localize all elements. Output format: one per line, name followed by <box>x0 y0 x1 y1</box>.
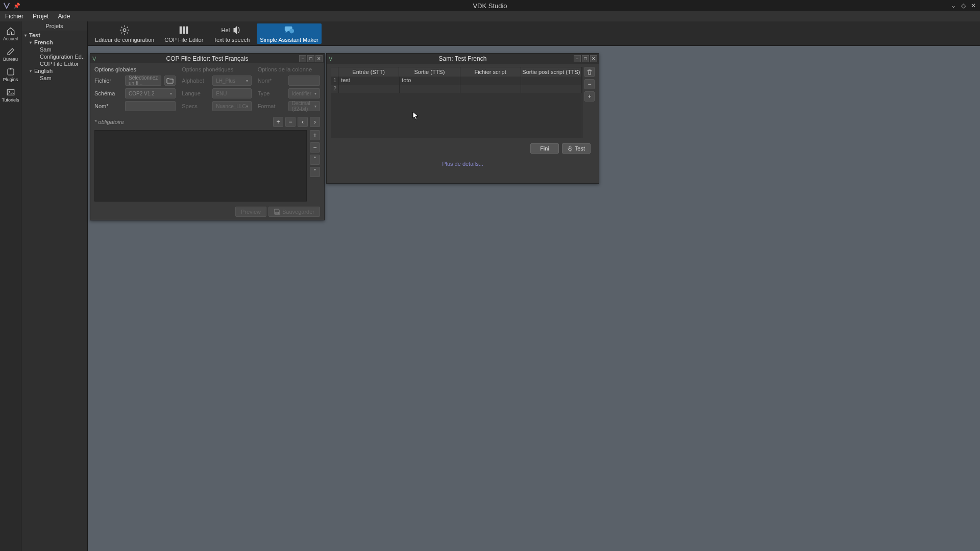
cop-panel: V COP File Editor: Test Français − □ ✕ O… <box>90 53 325 220</box>
save-icon <box>274 209 280 215</box>
tool-assistant-maker[interactable]: Simple Assistant Maker <box>257 23 321 44</box>
trash-icon <box>586 69 593 75</box>
workspace: V COP File Editor: Test Français − □ ✕ O… <box>88 46 980 551</box>
pin-icon[interactable]: 📌 <box>13 3 20 9</box>
gear-icon <box>119 24 130 36</box>
chevron-down-icon[interactable]: ▾ <box>29 69 33 73</box>
close-icon[interactable]: ✕ <box>590 55 597 62</box>
menu-projet[interactable]: Projet <box>33 13 48 20</box>
svg-rect-6 <box>183 26 185 34</box>
col-script[interactable]: Fichier script <box>460 67 521 77</box>
chevron-down-icon[interactable]: ⌄ <box>951 2 956 9</box>
type-select[interactable]: Identifier▾ <box>288 88 320 98</box>
row-number-header <box>331 67 338 77</box>
maximize-icon[interactable]: ◇ <box>961 2 966 9</box>
chevron-down-icon: ▾ <box>246 79 248 83</box>
menu-aide[interactable]: Aide <box>58 13 70 20</box>
move-down-button[interactable]: ˅ <box>310 167 320 177</box>
col-post-script[interactable]: Sortie post script (TTS) <box>521 67 582 77</box>
remove-row-button[interactable]: − <box>310 142 320 153</box>
chevron-down-icon: ▾ <box>314 104 316 109</box>
prev-button[interactable]: ‹ <box>298 117 308 127</box>
fichier-select[interactable]: Sélectionnez un fi... <box>125 76 161 86</box>
tree-root[interactable]: ▾Test <box>23 32 85 39</box>
chat-icon <box>284 24 295 36</box>
save-button[interactable]: Sauvegarder <box>268 207 320 217</box>
puzzle-icon <box>6 67 15 77</box>
add-column-button[interactable]: + <box>273 117 283 127</box>
folder-open-button[interactable] <box>164 76 176 86</box>
table-row[interactable]: 2 <box>331 85 582 93</box>
test-button[interactable]: Test <box>562 143 591 154</box>
minimize-icon[interactable]: − <box>299 55 306 62</box>
table-row[interactable]: 1 test toto <box>331 77 582 85</box>
v-logo-icon: V <box>329 56 332 62</box>
maximize-icon[interactable]: □ <box>307 55 314 62</box>
tool-cop-editor[interactable]: COP File Editor <box>161 23 206 44</box>
tree-item[interactable]: Configuration Ed... <box>23 53 85 60</box>
nav-bureau[interactable]: Bureau <box>1 44 21 64</box>
projects-tree: ▾Test ▾French Sam Configuration Ed... CO… <box>21 31 87 83</box>
minimize-icon[interactable]: − <box>574 55 581 62</box>
move-up-button[interactable]: ˄ <box>310 155 320 165</box>
tool-tts[interactable]: Hel Text to speech <box>210 23 253 44</box>
section-phonetiques: Options phonétiques Alphabet LH_Plus▾ La… <box>182 66 251 114</box>
svg-rect-10 <box>569 146 571 149</box>
tree-item[interactable]: COP File Editor <box>23 60 85 67</box>
svg-rect-0 <box>8 69 14 75</box>
projects-header: Projets <box>21 21 87 31</box>
menu-fichier[interactable]: Fichier <box>5 13 23 20</box>
app-title: VDK Studio <box>473 2 507 10</box>
langue-select[interactable]: ENU <box>212 88 251 98</box>
sound-icon <box>231 24 242 36</box>
app-logo-icon <box>3 2 10 9</box>
tree-item[interactable]: Sam <box>23 46 85 53</box>
col-sortie-tts[interactable]: Sortie (TTS) <box>399 67 460 77</box>
maximize-icon[interactable]: □ <box>582 55 589 62</box>
svg-point-1 <box>10 68 11 69</box>
specs-select[interactable]: Nuance_LLC▾ <box>212 101 251 111</box>
close-icon[interactable]: ✕ <box>971 2 976 9</box>
panel-title-text: Sam: Test French <box>439 55 487 62</box>
nav-tutoriels[interactable]: Tutoriels <box>1 85 21 105</box>
nav-accueil[interactable]: Accueil <box>1 23 21 44</box>
svg-point-3 <box>8 91 9 92</box>
tree-item[interactable]: Sam <box>23 74 85 82</box>
chevron-down-icon[interactable]: ▾ <box>23 33 28 38</box>
tree-english[interactable]: ▾English <box>23 67 85 74</box>
format-select[interactable]: Decimal (32-bit)▾ <box>288 101 320 111</box>
nav-plugins[interactable]: Plugins <box>1 64 21 85</box>
section-colonne: Options de la colonne Nom* Type Identifi… <box>258 66 320 114</box>
nom-input[interactable] <box>125 101 176 111</box>
image-icon <box>6 88 15 97</box>
svg-rect-7 <box>186 26 188 34</box>
remove-button[interactable]: − <box>584 79 595 89</box>
alphabet-select[interactable]: LH_Plus▾ <box>212 76 251 86</box>
preview-button[interactable]: Preview <box>235 207 266 217</box>
more-details-link[interactable]: Plus de details... <box>331 159 595 171</box>
close-icon[interactable]: ✕ <box>315 55 323 62</box>
sam-panel-titlebar[interactable]: V Sam: Test French − □ ✕ <box>327 54 599 64</box>
col-entree[interactable]: Entrée (STT) <box>338 67 399 77</box>
tool-config-editor[interactable]: Editeur de configuration <box>92 23 157 44</box>
chevron-down-icon[interactable]: ▾ <box>29 40 33 45</box>
fini-button[interactable]: Fini <box>530 143 559 154</box>
col-nom-input[interactable] <box>288 76 320 86</box>
titlebar: 📌 VDK Studio ⌄ ◇ ✕ <box>0 0 980 11</box>
cop-panel-titlebar[interactable]: V COP File Editor: Test Français − □ ✕ <box>90 54 324 63</box>
main-area: Editeur de configuration COP File Editor… <box>88 21 980 551</box>
next-button[interactable]: › <box>310 117 320 127</box>
schema-select[interactable]: COP2 V1.2▾ <box>125 88 176 98</box>
delete-row-button[interactable] <box>584 67 595 77</box>
chevron-down-icon: ▾ <box>170 91 172 96</box>
chevron-down-icon: ▾ <box>246 104 248 109</box>
add-button[interactable]: + <box>584 91 595 102</box>
add-row-button[interactable]: + <box>310 130 320 140</box>
svg-point-8 <box>289 29 294 33</box>
tree-french[interactable]: ▾French <box>23 39 85 46</box>
sam-panel: V Sam: Test French − □ ✕ Entrée (STT) <box>326 53 599 184</box>
svg-point-4 <box>123 29 126 32</box>
obligatoire-note: * obligatoire <box>94 119 124 125</box>
remove-column-button[interactable]: − <box>285 117 296 127</box>
entries-list[interactable] <box>94 130 307 202</box>
